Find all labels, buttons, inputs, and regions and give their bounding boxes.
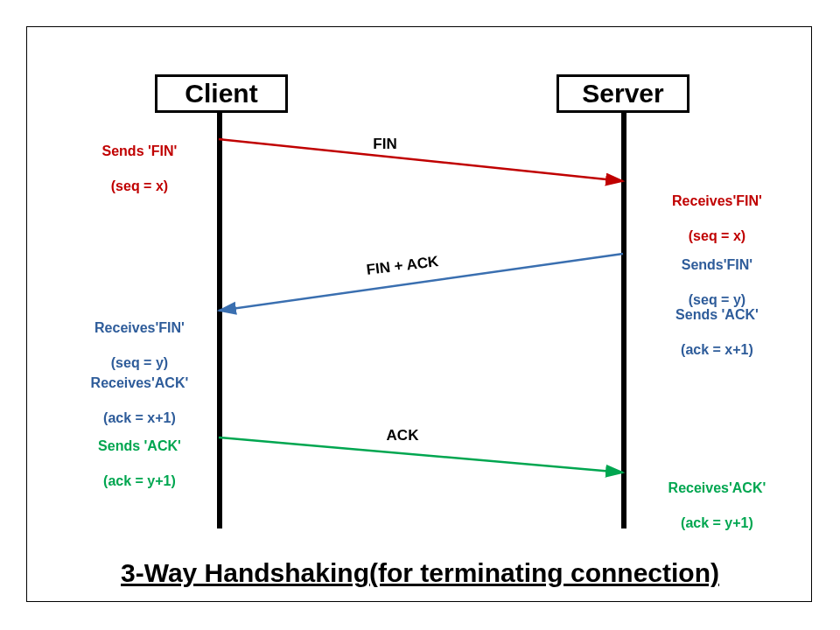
client-recv-ack: Receives'ACK' (ack = x+1) <box>74 357 197 427</box>
diagram-title: 3-Way Handshaking(for terminating connec… <box>0 558 840 588</box>
text-line: Sends 'FIN' <box>102 144 178 158</box>
text-line: (seq = x) <box>111 178 168 193</box>
text-line: (ack = y+1) <box>681 515 753 530</box>
ack-label: ACK <box>368 427 438 444</box>
text-line: Sends'FIN' <box>682 257 752 272</box>
text-line: Sends 'ACK' <box>98 438 181 453</box>
text-line: Receives'FIN' <box>94 320 185 335</box>
server-recv-ack: Receives'ACK' (ack = y+1) <box>648 462 779 532</box>
server-header: Server <box>556 74 690 113</box>
text-line: Receives'ACK' <box>91 375 189 390</box>
client-send-ack: Sends 'ACK' (ack = y+1) <box>74 420 197 490</box>
text-line: Sends 'ACK' <box>676 307 759 322</box>
fin-label: FIN <box>350 136 420 153</box>
client-header: Client <box>155 74 288 113</box>
text-line: Receives'ACK' <box>668 480 766 495</box>
server-send-ack: Sends 'ACK' (ack = x+1) <box>648 289 779 359</box>
text-line: (ack = y+1) <box>103 473 176 488</box>
client-send-fin: Sends 'FIN' (seq = x) <box>74 125 197 195</box>
server-recv-fin: Receives'FIN' (seq = x) <box>648 175 779 245</box>
server-lifeline <box>621 110 626 528</box>
text-line: (ack = x+1) <box>681 342 753 357</box>
text-line: Receives'FIN' <box>672 193 762 208</box>
client-lifeline <box>217 110 222 528</box>
